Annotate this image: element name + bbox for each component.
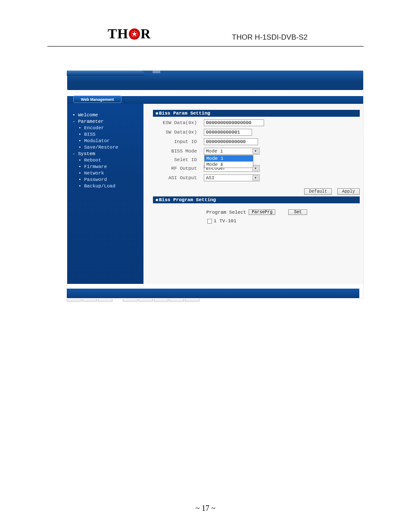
default-button[interactable]: Default: [304, 188, 332, 195]
nav-strip: Web Management: [67, 96, 363, 104]
option-mode-e[interactable]: Mode E: [205, 162, 253, 168]
input-input-id[interactable]: [204, 138, 258, 145]
chevron-down-icon: ▼: [252, 175, 258, 180]
page-number: ~ 17 ~: [0, 504, 411, 513]
label-sw: SW Data(0x): [153, 130, 204, 135]
parseprg-button[interactable]: ParsePrg: [249, 209, 275, 215]
sidebar-item-save-restore[interactable]: Save/Restore: [72, 144, 143, 150]
label-program-select: Program Select: [206, 210, 246, 215]
sidebar-item-system[interactable]: System: [72, 150, 143, 157]
sidebar-item-modulator[interactable]: Modulator: [72, 137, 143, 144]
select-biss-mode[interactable]: Mode 1 ▼ Mode 1 Mode E: [204, 148, 260, 155]
app-screenshot: Web Management Welcome Parameter Encoder…: [67, 70, 364, 299]
label-selet-id: Selet ID: [153, 157, 204, 162]
chevron-down-icon: ▼: [252, 166, 258, 171]
label-biss-mode: BISS Mode: [153, 149, 204, 154]
select-asi-output[interactable]: ASI ▼: [204, 174, 260, 181]
sidebar-item-welcome[interactable]: Welcome: [72, 112, 143, 118]
biss-mode-options: Mode 1 Mode E: [204, 155, 253, 168]
sidebar-item-network[interactable]: Network: [72, 170, 143, 176]
logo-text-right: R: [140, 26, 151, 42]
panel-header-param: Biss Param Setting: [153, 110, 360, 117]
logo: TH R: [108, 26, 151, 42]
panel-header-program: Biss Program Setting: [153, 196, 360, 203]
option-mode-1[interactable]: Mode 1: [205, 156, 253, 162]
label-asi-output: ASI Output: [153, 175, 204, 180]
sidebar-item-parameter[interactable]: Parameter: [72, 118, 143, 124]
chevron-down-icon: ▼: [252, 149, 258, 154]
select-asi-output-value: ASI: [206, 175, 215, 180]
input-esw[interactable]: [204, 119, 264, 126]
sidebar-item-encoder[interactable]: Encoder: [72, 124, 143, 131]
sidebar-item-biss[interactable]: BISS: [72, 131, 143, 137]
logo-text-left: TH: [108, 26, 128, 42]
tab-web-management[interactable]: Web Management: [73, 96, 121, 103]
banner-tab-shape: [67, 71, 144, 76]
top-banner: [67, 71, 363, 90]
label-esw: ESW Data(0x): [153, 120, 204, 125]
set-button[interactable]: Set: [288, 209, 307, 215]
bottom-bar: [67, 289, 359, 298]
apply-button[interactable]: Apply: [337, 188, 360, 195]
sidebar-item-backup-load[interactable]: Backup/Load: [72, 183, 143, 189]
label-input-id: Input ID: [153, 139, 204, 144]
sidebar-item-reboot[interactable]: Reboot: [72, 157, 143, 163]
page-header: TH R THOR H-1SDI-DVB-S2: [47, 0, 364, 47]
header-title: THOR H-1SDI-DVB-S2: [232, 33, 308, 42]
logo-icon: [129, 28, 140, 40]
banner-tab-shape-2: [153, 71, 160, 73]
sidebar: Welcome Parameter Encoder BISS Modulator…: [67, 104, 143, 284]
label-rf-output: RF Output: [153, 166, 204, 171]
checkbox-program-1[interactable]: [207, 219, 212, 224]
window-tab-stubs: [67, 299, 199, 302]
sidebar-item-password[interactable]: Password: [72, 176, 143, 183]
content-area: Biss Param Setting ESW Data(0x) SW Data(…: [143, 104, 363, 284]
program-item-label: 1 TV-101: [214, 218, 237, 224]
select-biss-mode-value: Mode 1: [206, 149, 223, 154]
input-sw[interactable]: [204, 129, 252, 136]
sidebar-item-firmware[interactable]: Firmware: [72, 163, 143, 170]
